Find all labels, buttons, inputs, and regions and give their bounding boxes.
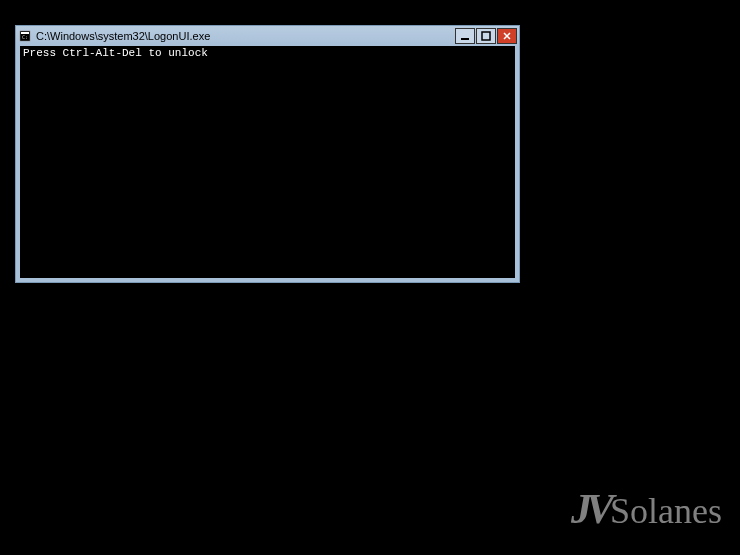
svg-rect-3 [461,38,469,40]
minimize-button[interactable] [455,28,475,44]
window-titlebar[interactable]: C: C:\Windows\system32\LogonUI.exe [16,26,519,46]
svg-text:C:: C: [22,34,28,40]
window-title: C:\Windows\system32\LogonUI.exe [36,30,455,42]
console-output: Press Ctrl-Alt-Del to unlock [20,46,515,278]
svg-rect-4 [482,32,490,40]
window-controls [455,28,517,44]
close-button[interactable] [497,28,517,44]
watermark-suffix: Solanes [610,490,722,532]
console-window: C: C:\Windows\system32\LogonUI.exe Press… [15,25,520,283]
app-icon: C: [18,29,32,43]
watermark-logo: JVSolanes [571,485,722,533]
console-text: Press Ctrl-Alt-Del to unlock [23,47,208,59]
maximize-button[interactable] [476,28,496,44]
watermark-prefix: JV [571,485,608,533]
